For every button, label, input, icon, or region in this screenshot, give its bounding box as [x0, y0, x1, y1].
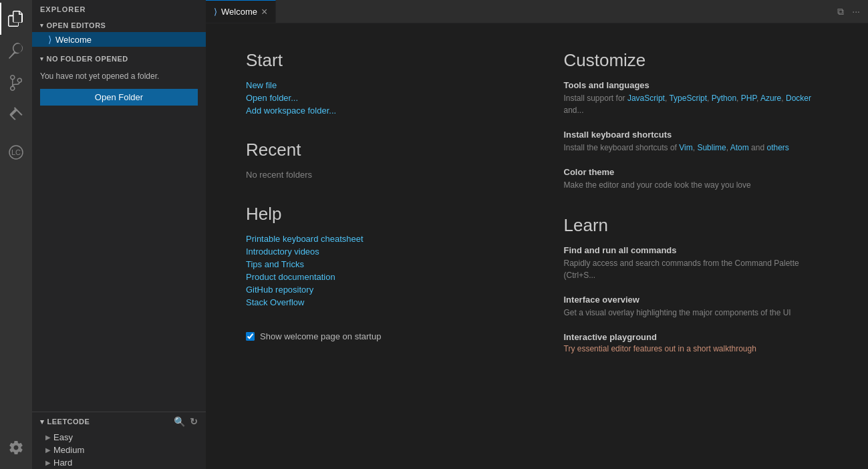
- stack-overflow-link[interactable]: Stack Overflow: [246, 297, 511, 307]
- split-editor-button[interactable]: ⧉: [835, 3, 847, 20]
- activity-bar-item-settings[interactable]: [0, 432, 32, 464]
- more-actions-button[interactable]: ···: [849, 3, 863, 19]
- customize-keyboard-item: Install keyboard shortcuts Install the k…: [564, 130, 829, 154]
- intro-videos-link[interactable]: Introductory videos: [246, 247, 511, 257]
- leetcode-easy-label: Easy: [53, 432, 73, 442]
- sidebar: Explorer ▾ Open Editors ⟩ Welcome ▾ No F…: [32, 0, 206, 469]
- learn-playground-title[interactable]: Interactive playground: [564, 332, 829, 342]
- open-editors-item-label: Welcome: [55, 35, 92, 45]
- customize-section: Customize Tools and languages Install su…: [564, 50, 829, 191]
- startup-checkbox-label[interactable]: Show welcome page on startup: [260, 331, 381, 341]
- learn-playground-desc[interactable]: Try essential editor features out in a s…: [564, 344, 829, 353]
- recent-section: Recent No recent folders: [246, 140, 511, 180]
- vscode-icon: ⟩: [48, 34, 51, 45]
- welcome-right: Customize Tools and languages Install su…: [564, 50, 829, 442]
- new-file-link[interactable]: New file: [246, 80, 511, 90]
- activity-bar-item-leetcode[interactable]: LC: [0, 136, 32, 168]
- open-editors-label: Open Editors: [47, 21, 106, 29]
- customize-theme-desc: Make the editor and your code look the w…: [564, 179, 829, 191]
- customize-theme-title[interactable]: Color theme: [564, 167, 829, 177]
- no-folder-header[interactable]: ▾ No Folder Opened: [32, 52, 206, 65]
- learn-commands-desc: Rapidly access and search commands from …: [564, 257, 829, 281]
- leetcode-medium-item[interactable]: ▶ Medium: [32, 444, 206, 456]
- activity-bar: LC: [0, 0, 32, 469]
- help-title: Help: [246, 204, 511, 224]
- tab-welcome-label: Welcome: [221, 7, 257, 17]
- tab-bar-actions: ⧉ ···: [835, 0, 868, 23]
- customize-tools-item: Tools and languages Install support for …: [564, 80, 829, 116]
- open-editors-item-welcome[interactable]: ⟩ Welcome: [32, 32, 206, 47]
- no-folder-message: You have not yet opened a folder.: [40, 71, 198, 82]
- start-title: Start: [246, 50, 511, 71]
- tab-welcome-icon: ⟩: [214, 7, 217, 17]
- tab-welcome-close[interactable]: ×: [261, 7, 267, 17]
- add-workspace-link[interactable]: Add workspace folder...: [246, 106, 511, 116]
- keyboard-cheatsheet-link[interactable]: Printable keyboard cheatsheet: [246, 234, 511, 244]
- no-folder-arrow: ▾: [40, 55, 44, 62]
- activity-bar-item-explorer[interactable]: [0, 3, 32, 35]
- learn-interface-title[interactable]: Interface overview: [564, 295, 829, 305]
- customize-keyboard-desc: Install the keyboard shortcuts of Vim, S…: [564, 142, 829, 154]
- learn-section: Learn Find and run all commands Rapidly …: [564, 215, 829, 353]
- learn-interface-desc: Get a visual overlay highlighting the ma…: [564, 307, 829, 319]
- open-folder-button[interactable]: Open Folder: [40, 89, 198, 106]
- leetcode-medium-label: Medium: [53, 445, 84, 455]
- leetcode-refresh-icon[interactable]: ↻: [190, 416, 198, 427]
- github-repo-link[interactable]: GitHub repository: [246, 285, 511, 295]
- recent-title: Recent: [246, 140, 511, 160]
- main-area: ⟩ Welcome × ⧉ ··· Start New file Open fo…: [206, 0, 868, 469]
- learn-title: Learn: [564, 215, 829, 236]
- leetcode-hard-item[interactable]: ▶ Hard: [32, 456, 206, 469]
- no-folder-section: You have not yet opened a folder. Open F…: [32, 65, 206, 111]
- customize-keyboard-title[interactable]: Install keyboard shortcuts: [564, 130, 829, 140]
- tab-bar: ⟩ Welcome × ⧉ ···: [206, 0, 868, 23]
- learn-commands-title[interactable]: Find and run all commands: [564, 245, 829, 255]
- no-folder-label: No Folder Opened: [47, 55, 128, 63]
- startup-checkbox[interactable]: [246, 332, 255, 341]
- welcome-left: Start New file Open folder... Add worksp…: [246, 50, 511, 442]
- open-editors-header[interactable]: ▾ Open Editors: [32, 19, 206, 32]
- learn-interface-item: Interface overview Get a visual overlay …: [564, 295, 829, 319]
- no-recent-label: No recent folders: [246, 170, 511, 180]
- customize-tools-desc: Install support for JavaScript, TypeScri…: [564, 92, 829, 116]
- help-section: Help Printable keyboard cheatsheet Intro…: [246, 204, 511, 307]
- leetcode-section: ▾ Leetcode 🔍 ↻ ▶ Easy ▶ Medium ▶ Hard: [32, 412, 206, 469]
- customize-title: Customize: [564, 50, 829, 71]
- leetcode-hard-label: Hard: [53, 458, 72, 468]
- activity-bar-item-extensions[interactable]: [0, 99, 32, 131]
- welcome-content: Start New file Open folder... Add worksp…: [206, 23, 868, 469]
- open-folder-link[interactable]: Open folder...: [246, 93, 511, 103]
- leetcode-search-icon[interactable]: 🔍: [174, 416, 186, 427]
- customize-theme-item: Color theme Make the editor and your cod…: [564, 167, 829, 191]
- learn-commands-item: Find and run all commands Rapidly access…: [564, 245, 829, 281]
- startup-checkbox-container: Show welcome page on startup: [246, 331, 511, 341]
- sidebar-title: Explorer: [32, 0, 206, 19]
- open-editors-arrow: ▾: [40, 22, 44, 29]
- activity-bar-item-search[interactable]: [0, 35, 32, 67]
- customize-tools-title[interactable]: Tools and languages: [564, 80, 829, 90]
- leetcode-arrow: ▾: [40, 418, 45, 426]
- product-docs-link[interactable]: Product documentation: [246, 272, 511, 282]
- leetcode-label: Leetcode: [47, 418, 90, 426]
- leetcode-easy-item[interactable]: ▶ Easy: [32, 431, 206, 444]
- tab-welcome[interactable]: ⟩ Welcome ×: [206, 0, 276, 23]
- start-section: Start New file Open folder... Add worksp…: [246, 50, 511, 116]
- leetcode-header: ▾ Leetcode 🔍 ↻: [32, 412, 206, 431]
- tips-tricks-link[interactable]: Tips and Tricks: [246, 259, 511, 269]
- svg-text:LC: LC: [11, 148, 21, 156]
- learn-playground-item: Interactive playground Try essential edi…: [564, 332, 829, 353]
- activity-bar-item-source-control[interactable]: [0, 67, 32, 99]
